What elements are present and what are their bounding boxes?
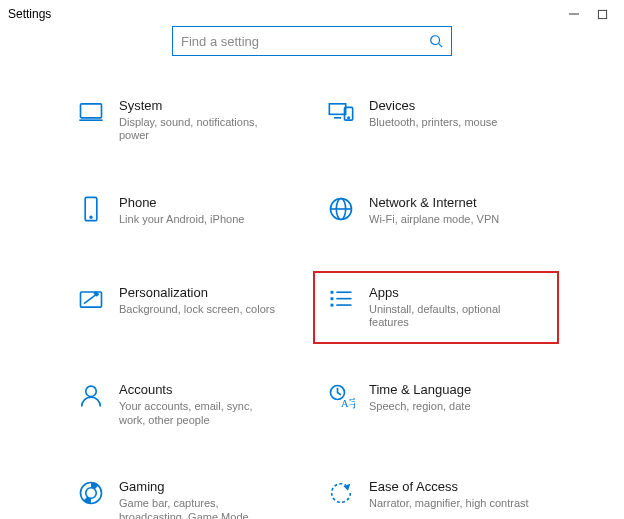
category-desc: Bluetooth, printers, mouse [369, 116, 529, 130]
accounts-icon [77, 382, 105, 410]
category-devices[interactable]: Devices Bluetooth, printers, mouse [327, 94, 547, 147]
svg-rect-20 [331, 304, 334, 307]
category-desc: Uninstall, defaults, optional features [369, 303, 529, 331]
category-accounts[interactable]: Accounts Your accounts, email, sync, wor… [77, 378, 297, 431]
category-desc: Wi-Fi, airplane mode, VPN [369, 213, 529, 227]
minimize-button[interactable] [560, 0, 588, 28]
category-label: Phone [119, 195, 297, 211]
category-label: Accounts [119, 382, 297, 398]
category-desc: Game bar, captures, broadcasting, Game M… [119, 497, 279, 519]
category-label: Ease of Access [369, 479, 547, 495]
category-label: Devices [369, 98, 547, 114]
category-label: Network & Internet [369, 195, 547, 211]
maximize-button[interactable] [588, 0, 616, 28]
category-label: Apps [369, 285, 547, 301]
svg-rect-16 [331, 291, 334, 294]
svg-line-3 [439, 44, 443, 48]
category-gaming[interactable]: Gaming Game bar, captures, broadcasting,… [77, 475, 297, 519]
gaming-icon [77, 479, 105, 507]
category-network[interactable]: Network & Internet Wi-Fi, airplane mode,… [327, 191, 547, 237]
category-desc: Background, lock screen, colors [119, 303, 279, 317]
search-input[interactable] [181, 34, 429, 49]
category-desc: Speech, region, date [369, 400, 529, 414]
category-desc: Link your Android, iPhone [119, 213, 279, 227]
svg-text:A字: A字 [341, 397, 355, 409]
devices-icon [327, 98, 355, 126]
search-box[interactable] [172, 26, 452, 56]
ease-of-access-icon [327, 479, 355, 507]
category-label: Time & Language [369, 382, 547, 398]
category-phone[interactable]: Phone Link your Android, iPhone [77, 191, 297, 237]
personalization-icon [77, 285, 105, 313]
category-personalization[interactable]: Personalization Background, lock screen,… [77, 281, 297, 334]
apps-icon [327, 285, 355, 313]
window-title: Settings [8, 7, 560, 21]
system-icon [77, 98, 105, 126]
svg-point-26 [86, 488, 97, 499]
svg-rect-6 [329, 104, 345, 115]
category-desc: Display, sound, notifications, power [119, 116, 279, 144]
search-container [0, 26, 624, 56]
category-system[interactable]: System Display, sound, notifications, po… [77, 94, 297, 147]
category-ease-of-access[interactable]: Ease of Access Narrator, magnifier, high… [327, 475, 547, 519]
phone-icon [77, 195, 105, 223]
category-label: Gaming [119, 479, 297, 495]
title-bar: Settings [0, 0, 624, 28]
globe-icon [327, 195, 355, 223]
svg-point-9 [348, 117, 349, 118]
svg-rect-18 [331, 297, 334, 300]
category-desc: Your accounts, email, sync, work, other … [119, 400, 279, 428]
category-apps[interactable]: Apps Uninstall, defaults, optional featu… [327, 281, 547, 334]
category-desc: Narrator, magnifier, high contrast [369, 497, 529, 511]
svg-rect-4 [81, 104, 102, 118]
svg-point-11 [90, 216, 92, 218]
time-language-icon: A字 [327, 382, 355, 410]
search-icon [429, 34, 443, 48]
settings-grid: System Display, sound, notifications, po… [77, 94, 547, 519]
category-time-language[interactable]: A字 Time & Language Speech, region, date [327, 378, 547, 431]
svg-rect-1 [598, 10, 606, 18]
category-label: Personalization [119, 285, 297, 301]
svg-point-2 [431, 36, 440, 45]
svg-point-22 [86, 386, 97, 397]
category-label: System [119, 98, 297, 114]
